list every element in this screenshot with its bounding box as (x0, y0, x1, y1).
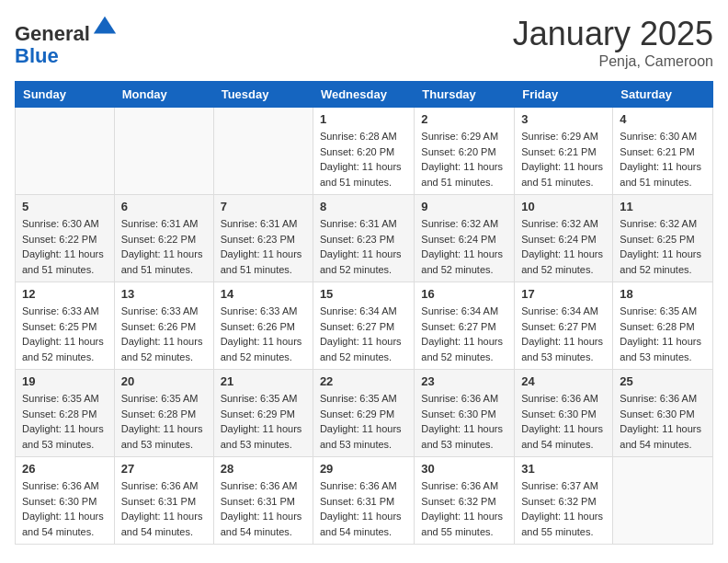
calendar-cell: 31Sunrise: 6:37 AMSunset: 6:32 PMDayligh… (515, 457, 613, 545)
cell-info: Sunrise: 6:32 AMSunset: 6:25 PMDaylight:… (620, 216, 706, 277)
day-number: 9 (421, 200, 507, 213)
calendar-cell: 9Sunrise: 6:32 AMSunset: 6:24 PMDaylight… (415, 195, 515, 282)
calendar-day-header: Sunday (16, 82, 115, 108)
logo-blue: Blue (15, 44, 59, 67)
cell-info: Sunrise: 6:36 AMSunset: 6:30 PMDaylight:… (421, 391, 507, 452)
calendar-day-header: Friday (515, 82, 613, 108)
calendar-cell: 13Sunrise: 6:33 AMSunset: 6:26 PMDayligh… (114, 282, 213, 370)
calendar-cell: 23Sunrise: 6:36 AMSunset: 6:30 PMDayligh… (415, 370, 515, 457)
day-number: 16 (421, 287, 507, 301)
calendar-cell: 6Sunrise: 6:31 AMSunset: 6:22 PMDaylight… (114, 195, 213, 282)
day-number: 25 (620, 374, 706, 388)
day-number: 17 (521, 287, 606, 301)
day-number: 12 (22, 287, 108, 301)
calendar-cell: 10Sunrise: 6:32 AMSunset: 6:24 PMDayligh… (515, 195, 613, 282)
day-number: 4 (620, 112, 706, 126)
cell-info: Sunrise: 6:29 AMSunset: 6:20 PMDaylight:… (421, 129, 507, 190)
cell-info: Sunrise: 6:28 AMSunset: 6:20 PMDaylight:… (320, 129, 407, 190)
calendar-cell: 3Sunrise: 6:29 AMSunset: 6:21 PMDaylight… (515, 108, 613, 195)
cell-info: Sunrise: 6:35 AMSunset: 6:29 PMDaylight:… (221, 391, 306, 452)
day-number: 15 (320, 287, 407, 301)
day-number: 28 (221, 462, 306, 476)
location: Penja, Cameroon (513, 53, 713, 70)
cell-info: Sunrise: 6:32 AMSunset: 6:24 PMDaylight:… (421, 216, 507, 277)
calendar-cell: 17Sunrise: 6:34 AMSunset: 6:27 PMDayligh… (515, 282, 613, 370)
cell-info: Sunrise: 6:32 AMSunset: 6:24 PMDaylight:… (521, 216, 606, 277)
day-number: 14 (221, 287, 306, 301)
cell-info: Sunrise: 6:37 AMSunset: 6:32 PMDaylight:… (521, 478, 606, 539)
calendar-cell: 24Sunrise: 6:36 AMSunset: 6:30 PMDayligh… (515, 370, 613, 457)
cell-info: Sunrise: 6:36 AMSunset: 6:31 PMDaylight:… (320, 478, 407, 539)
calendar-cell (213, 108, 313, 195)
calendar-day-header: Tuesday (213, 82, 313, 108)
day-number: 8 (320, 200, 407, 213)
cell-info: Sunrise: 6:33 AMSunset: 6:25 PMDaylight:… (22, 304, 108, 364)
calendar-cell: 11Sunrise: 6:32 AMSunset: 6:25 PMDayligh… (613, 195, 713, 282)
day-number: 24 (521, 374, 606, 388)
day-number: 7 (221, 200, 306, 213)
calendar-day-header: Monday (114, 82, 213, 108)
calendar-week-row: 12Sunrise: 6:33 AMSunset: 6:25 PMDayligh… (16, 282, 713, 370)
cell-info: Sunrise: 6:30 AMSunset: 6:22 PMDaylight:… (22, 216, 108, 277)
calendar-cell: 27Sunrise: 6:36 AMSunset: 6:31 PMDayligh… (114, 457, 213, 545)
calendar-cell: 4Sunrise: 6:30 AMSunset: 6:21 PMDaylight… (613, 108, 713, 195)
calendar-cell: 8Sunrise: 6:31 AMSunset: 6:23 PMDaylight… (313, 195, 414, 282)
calendar-week-row: 1Sunrise: 6:28 AMSunset: 6:20 PMDaylight… (16, 108, 713, 195)
day-number: 20 (121, 374, 207, 388)
calendar-cell: 28Sunrise: 6:36 AMSunset: 6:31 PMDayligh… (213, 457, 313, 545)
calendar-cell: 21Sunrise: 6:35 AMSunset: 6:29 PMDayligh… (213, 370, 313, 457)
calendar-cell: 30Sunrise: 6:36 AMSunset: 6:32 PMDayligh… (415, 457, 515, 545)
cell-info: Sunrise: 6:34 AMSunset: 6:27 PMDaylight:… (320, 304, 407, 364)
day-number: 22 (320, 374, 407, 388)
calendar-cell: 18Sunrise: 6:35 AMSunset: 6:28 PMDayligh… (613, 282, 713, 370)
cell-info: Sunrise: 6:36 AMSunset: 6:31 PMDaylight:… (121, 478, 207, 539)
day-number: 29 (320, 462, 407, 476)
calendar-cell: 7Sunrise: 6:31 AMSunset: 6:23 PMDaylight… (213, 195, 313, 282)
calendar-cell: 29Sunrise: 6:36 AMSunset: 6:31 PMDayligh… (313, 457, 414, 545)
day-number: 23 (421, 374, 507, 388)
calendar-cell: 5Sunrise: 6:30 AMSunset: 6:22 PMDaylight… (16, 195, 115, 282)
calendar-cell: 14Sunrise: 6:33 AMSunset: 6:26 PMDayligh… (213, 282, 313, 370)
calendar-cell: 19Sunrise: 6:35 AMSunset: 6:28 PMDayligh… (16, 370, 115, 457)
cell-info: Sunrise: 6:34 AMSunset: 6:27 PMDaylight:… (421, 304, 507, 364)
cell-info: Sunrise: 6:30 AMSunset: 6:21 PMDaylight:… (620, 129, 706, 190)
calendar-day-header: Thursday (415, 82, 515, 108)
calendar-week-row: 19Sunrise: 6:35 AMSunset: 6:28 PMDayligh… (16, 370, 713, 457)
calendar-cell: 25Sunrise: 6:36 AMSunset: 6:30 PMDayligh… (613, 370, 713, 457)
page-header: General Blue January 2025 Penja, Cameroo… (15, 15, 713, 70)
cell-info: Sunrise: 6:36 AMSunset: 6:30 PMDaylight:… (521, 391, 606, 452)
logo-general: General (15, 22, 90, 45)
day-number: 13 (121, 287, 207, 301)
calendar-cell: 26Sunrise: 6:36 AMSunset: 6:30 PMDayligh… (16, 457, 115, 545)
cell-info: Sunrise: 6:35 AMSunset: 6:28 PMDaylight:… (620, 304, 706, 364)
calendar-cell: 1Sunrise: 6:28 AMSunset: 6:20 PMDaylight… (313, 108, 414, 195)
calendar-cell: 15Sunrise: 6:34 AMSunset: 6:27 PMDayligh… (313, 282, 414, 370)
calendar-cell (16, 108, 115, 195)
cell-info: Sunrise: 6:35 AMSunset: 6:28 PMDaylight:… (22, 391, 108, 452)
calendar-day-header: Wednesday (313, 82, 414, 108)
day-number: 26 (22, 462, 108, 476)
day-number: 6 (121, 200, 207, 213)
cell-info: Sunrise: 6:36 AMSunset: 6:30 PMDaylight:… (22, 478, 108, 539)
title-block: January 2025 Penja, Cameroon (513, 15, 713, 70)
logo: General Blue (15, 15, 118, 67)
calendar-header-row: SundayMondayTuesdayWednesdayThursdayFrid… (16, 82, 713, 108)
day-number: 18 (620, 287, 706, 301)
day-number: 31 (521, 462, 606, 476)
cell-info: Sunrise: 6:29 AMSunset: 6:21 PMDaylight:… (521, 129, 606, 190)
cell-info: Sunrise: 6:31 AMSunset: 6:22 PMDaylight:… (121, 216, 207, 277)
day-number: 2 (421, 112, 507, 126)
calendar-cell (114, 108, 213, 195)
calendar-week-row: 26Sunrise: 6:36 AMSunset: 6:30 PMDayligh… (16, 457, 713, 545)
calendar-cell (613, 457, 713, 545)
calendar-cell: 22Sunrise: 6:35 AMSunset: 6:29 PMDayligh… (313, 370, 414, 457)
cell-info: Sunrise: 6:31 AMSunset: 6:23 PMDaylight:… (221, 216, 306, 277)
cell-info: Sunrise: 6:33 AMSunset: 6:26 PMDaylight:… (121, 304, 207, 364)
day-number: 10 (521, 200, 606, 213)
calendar-cell: 12Sunrise: 6:33 AMSunset: 6:25 PMDayligh… (16, 282, 115, 370)
cell-info: Sunrise: 6:36 AMSunset: 6:32 PMDaylight:… (421, 478, 507, 539)
day-number: 21 (221, 374, 306, 388)
calendar-table: SundayMondayTuesdayWednesdayThursdayFrid… (15, 81, 713, 545)
calendar-day-header: Saturday (613, 82, 713, 108)
day-number: 11 (620, 200, 706, 213)
